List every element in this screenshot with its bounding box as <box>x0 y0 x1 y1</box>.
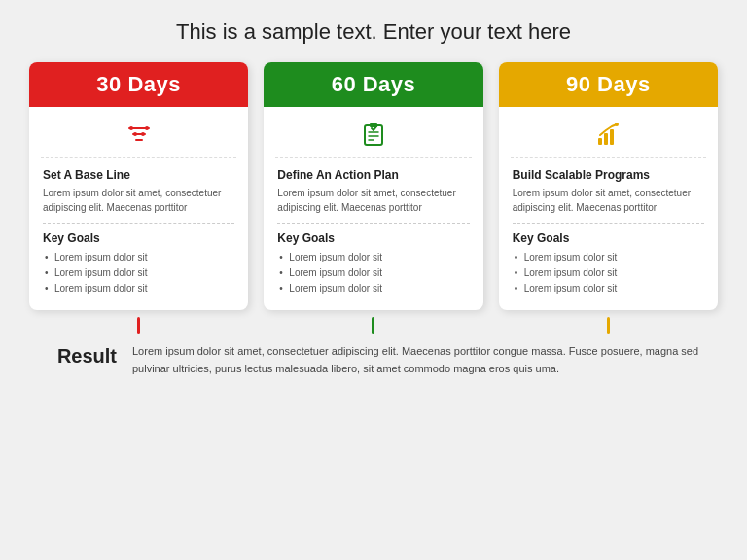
card-section-desc-30days: Lorem ipsum dolor sit amet, consectetuer… <box>43 186 234 215</box>
svg-point-5 <box>133 132 137 136</box>
list-item: Lorem ipsum dolor sit <box>513 265 704 281</box>
connector-line-30days <box>137 317 140 334</box>
connector-line-60days <box>372 317 374 334</box>
svg-point-15 <box>615 122 619 126</box>
card-section-title-90days: Build Scalable Programs <box>513 168 704 182</box>
connector-30days <box>29 316 248 335</box>
list-item: Lorem ipsum dolor sit <box>277 250 469 265</box>
svg-rect-13 <box>604 133 608 145</box>
key-goals-list-60days: Lorem ipsum dolor sitLorem ipsum dolor s… <box>277 250 469 297</box>
card-divider-60days <box>277 223 469 224</box>
card-60days: 60 Days Define An Action PlanLorem ipsum… <box>264 62 482 310</box>
svg-point-6 <box>141 132 145 136</box>
svg-rect-7 <box>365 125 382 145</box>
list-item: Lorem ipsum dolor sit <box>277 281 469 297</box>
svg-point-3 <box>129 126 133 130</box>
result-text: Lorem ipsum dolor sit amet, consectetuer… <box>132 343 718 377</box>
key-goals-title-90days: Key Goals <box>513 231 704 245</box>
list-item: Lorem ipsum dolor sit <box>43 281 234 297</box>
svg-rect-12 <box>598 138 602 145</box>
list-item: Lorem ipsum dolor sit <box>43 250 234 265</box>
key-goals-list-90days: Lorem ipsum dolor sitLorem ipsum dolor s… <box>513 250 704 297</box>
card-icon-area-90days <box>511 107 706 158</box>
card-body-60days: Define An Action PlanLorem ipsum dolor s… <box>264 158 482 310</box>
card-header-30days: 30 Days <box>29 62 248 107</box>
card-divider-90days <box>513 223 704 224</box>
card-body-30days: Set A Base LineLorem ipsum dolor sit ame… <box>29 158 248 310</box>
card-section-desc-60days: Lorem ipsum dolor sit amet, consectetuer… <box>277 186 469 215</box>
list-item: Lorem ipsum dolor sit <box>43 265 234 281</box>
connector-60days <box>264 316 482 335</box>
connectors-row <box>29 316 718 335</box>
connector-90days <box>499 316 718 335</box>
card-divider-30days <box>43 223 234 224</box>
list-item: Lorem ipsum dolor sit <box>513 250 704 265</box>
result-label: Result <box>29 343 117 368</box>
svg-point-4 <box>145 126 149 130</box>
connector-line-90days <box>607 317 610 334</box>
card-90days: 90 Days Build Scalable ProgramsLorem ips… <box>499 62 718 310</box>
key-goals-title-30days: Key Goals <box>43 231 234 245</box>
card-section-title-60days: Define An Action Plan <box>277 168 469 182</box>
list-item: Lorem ipsum dolor sit <box>277 265 469 281</box>
card-icon-area-60days <box>275 107 471 158</box>
card-icon-area-30days <box>41 107 236 158</box>
card-header-90days: 90 Days <box>499 62 718 107</box>
result-row: Result Lorem ipsum dolor sit amet, conse… <box>29 343 718 377</box>
list-item: Lorem ipsum dolor sit <box>513 281 704 297</box>
card-section-desc-90days: Lorem ipsum dolor sit amet, consectetuer… <box>513 186 704 215</box>
card-section-title-30days: Set A Base Line <box>43 168 234 182</box>
key-goals-title-60days: Key Goals <box>277 231 469 245</box>
svg-rect-14 <box>610 129 614 145</box>
key-goals-list-30days: Lorem ipsum dolor sitLorem ipsum dolor s… <box>43 250 234 297</box>
card-30days: 30 Days Set A Base LineLorem ipsum dolor… <box>29 62 248 310</box>
card-header-60days: 60 Days <box>264 62 482 107</box>
main-title: This is a sample text. Enter your text h… <box>29 19 718 45</box>
cards-row: 30 Days Set A Base LineLorem ipsum dolor… <box>29 62 718 310</box>
card-body-90days: Build Scalable ProgramsLorem ipsum dolor… <box>499 158 718 310</box>
